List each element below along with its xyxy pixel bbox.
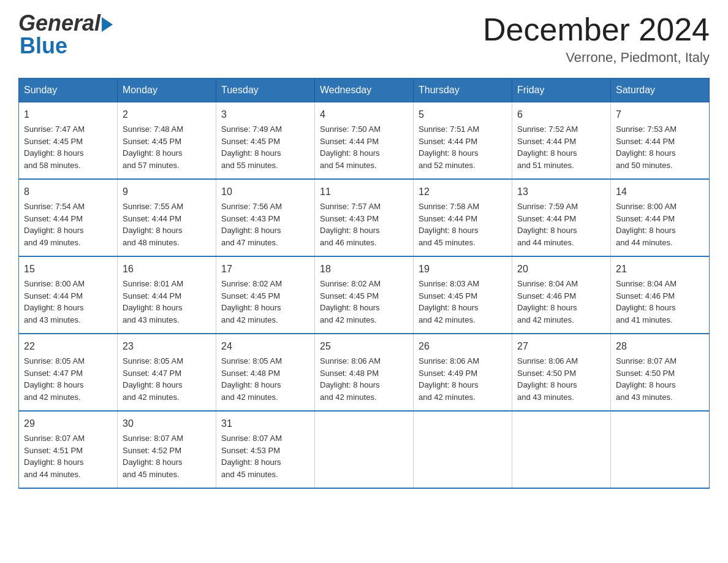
cell-3-1: 23Sunrise: 8:05 AMSunset: 4:47 PMDayligh… [118,334,216,411]
sunrise-text: Sunrise: 7:57 AM [320,202,381,211]
day-number: 9 [123,185,211,199]
day-number: 25 [320,339,408,354]
daylight-text: Daylight: 8 hours [517,226,577,235]
sunrise-text: Sunrise: 7:47 AM [24,124,85,134]
logo-general: General [18,12,100,34]
header-tuesday: Tuesday [216,79,315,102]
sunrise-text: Sunrise: 7:51 AM [419,124,479,134]
sunrise-text: Sunrise: 7:50 AM [320,124,381,134]
cell-4-3 [315,411,414,488]
cell-4-4 [414,411,512,488]
daylight-text: Daylight: 8 hours [320,148,380,158]
daylight-minutes: and 42 minutes. [320,393,377,402]
cell-1-6: 14Sunrise: 8:00 AMSunset: 4:44 PMDayligh… [611,179,710,256]
header-monday: Monday [118,79,216,102]
sunrise-text: Sunrise: 8:05 AM [24,356,85,366]
cell-1-2: 10Sunrise: 7:56 AMSunset: 4:43 PMDayligh… [216,179,315,256]
cell-3-6: 28Sunrise: 8:07 AMSunset: 4:50 PMDayligh… [611,334,710,411]
header-friday: Friday [512,79,611,102]
daylight-minutes: and 57 minutes. [123,161,180,170]
daylight-text: Daylight: 8 hours [419,380,479,389]
daylight-text: Daylight: 8 hours [320,380,380,389]
sunset-text: Sunset: 4:50 PM [517,369,576,378]
daylight-minutes: and 43 minutes. [517,393,574,402]
cell-3-4: 26Sunrise: 8:06 AMSunset: 4:49 PMDayligh… [414,334,512,411]
daylight-minutes: and 51 minutes. [517,161,574,170]
daylight-text: Daylight: 8 hours [123,226,183,235]
cell-1-4: 12Sunrise: 7:58 AMSunset: 4:44 PMDayligh… [414,179,512,256]
sunrise-text: Sunrise: 7:58 AM [419,202,479,211]
sunrise-text: Sunrise: 7:52 AM [517,124,578,134]
day-number: 1 [24,107,112,122]
day-number: 18 [320,262,408,277]
day-number: 15 [24,262,112,277]
cell-4-5 [512,411,611,488]
week-row-2: 8Sunrise: 7:54 AMSunset: 4:44 PMDaylight… [19,179,710,256]
cell-3-0: 22Sunrise: 8:05 AMSunset: 4:47 PMDayligh… [19,334,118,411]
calendar-table: SundayMondayTuesdayWednesdayThursdayFrid… [18,78,710,489]
cell-3-2: 24Sunrise: 8:05 AMSunset: 4:48 PMDayligh… [216,334,315,411]
sunrise-text: Sunrise: 8:00 AM [616,202,677,211]
sunset-text: Sunset: 4:47 PM [24,369,83,378]
day-number: 30 [123,416,211,431]
day-number: 13 [517,185,605,199]
daylight-minutes: and 49 minutes. [24,238,81,247]
day-number: 28 [616,339,704,354]
sunset-text: Sunset: 4:53 PM [221,446,280,455]
daylight-minutes: and 42 minutes. [320,315,377,324]
sunrise-text: Sunrise: 8:07 AM [123,434,183,443]
cell-1-1: 9Sunrise: 7:55 AMSunset: 4:44 PMDaylight… [118,179,216,256]
sunrise-text: Sunrise: 8:04 AM [616,279,677,288]
location: Verrone, Piedmont, Italy [483,50,710,66]
daylight-minutes: and 58 minutes. [24,161,81,170]
header-thursday: Thursday [414,79,512,102]
daylight-text: Daylight: 8 hours [320,226,380,235]
sunset-text: Sunset: 4:47 PM [123,369,181,378]
cell-2-2: 17Sunrise: 8:02 AMSunset: 4:45 PMDayligh… [216,256,315,334]
sunrise-text: Sunrise: 7:54 AM [24,202,85,211]
logo: General Blue [18,12,113,59]
daylight-text: Daylight: 8 hours [221,226,281,235]
title-section: December 2024 Verrone, Piedmont, Italy [483,12,710,66]
sunset-text: Sunset: 4:44 PM [616,214,675,223]
day-number: 8 [24,185,112,199]
cell-0-6: 7Sunrise: 7:53 AMSunset: 4:44 PMDaylight… [611,102,710,180]
day-number: 21 [616,262,704,277]
logo-blue: Blue [20,33,67,59]
sunset-text: Sunset: 4:44 PM [419,214,477,223]
sunset-text: Sunset: 4:45 PM [24,137,83,146]
day-number: 20 [517,262,605,277]
daylight-text: Daylight: 8 hours [24,226,84,235]
daylight-text: Daylight: 8 hours [123,148,183,158]
cell-2-0: 15Sunrise: 8:00 AMSunset: 4:44 PMDayligh… [19,256,118,334]
sunset-text: Sunset: 4:44 PM [123,291,181,301]
sunrise-text: Sunrise: 7:48 AM [123,124,183,134]
daylight-minutes: and 43 minutes. [24,315,81,324]
sunrise-text: Sunrise: 8:03 AM [419,279,479,288]
week-row-4: 22Sunrise: 8:05 AMSunset: 4:47 PMDayligh… [19,334,710,411]
daylight-text: Daylight: 8 hours [24,458,84,467]
sunset-text: Sunset: 4:45 PM [123,137,181,146]
cell-3-3: 25Sunrise: 8:06 AMSunset: 4:48 PMDayligh… [315,334,414,411]
day-number: 7 [616,107,704,122]
day-number: 10 [221,185,309,199]
daylight-minutes: and 46 minutes. [320,238,377,247]
sunrise-text: Sunrise: 8:07 AM [221,434,282,443]
sunrise-text: Sunrise: 8:07 AM [616,356,677,366]
sunset-text: Sunset: 4:44 PM [123,214,181,223]
sunset-text: Sunset: 4:46 PM [517,291,576,301]
day-number: 16 [123,262,211,277]
day-number: 4 [320,107,408,122]
cell-0-2: 3Sunrise: 7:49 AMSunset: 4:45 PMDaylight… [216,102,315,180]
header-wednesday: Wednesday [315,79,414,102]
week-row-1: 1Sunrise: 7:47 AMSunset: 4:45 PMDaylight… [19,102,710,180]
sunset-text: Sunset: 4:51 PM [24,446,83,455]
sunrise-text: Sunrise: 7:49 AM [221,124,282,134]
daylight-text: Daylight: 8 hours [24,380,84,389]
header-saturday: Saturday [611,79,710,102]
sunrise-text: Sunrise: 8:07 AM [24,434,85,443]
daylight-minutes: and 43 minutes. [123,315,180,324]
sunset-text: Sunset: 4:52 PM [123,446,181,455]
cell-4-1: 30Sunrise: 8:07 AMSunset: 4:52 PMDayligh… [118,411,216,488]
header-row: SundayMondayTuesdayWednesdayThursdayFrid… [19,79,710,102]
